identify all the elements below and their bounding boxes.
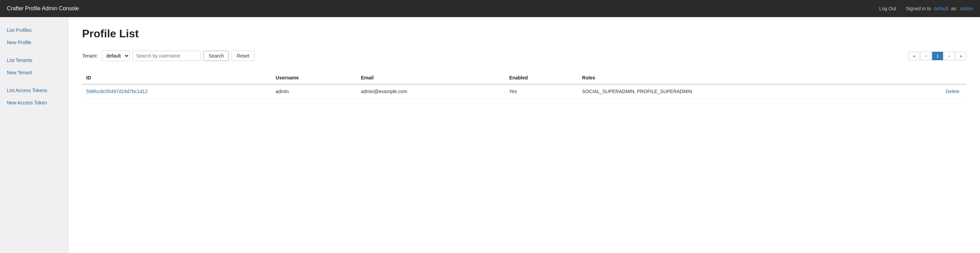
sidebar-item-list-profiles[interactable]: List Profiles bbox=[0, 24, 68, 36]
sidebar-item-list-access-tokens[interactable]: List Access Tokens bbox=[0, 84, 68, 96]
tenant-select[interactable]: default bbox=[102, 50, 130, 61]
table-body: 596fcc8c55497d19d7bc1d12 admin admin@exa… bbox=[82, 84, 966, 99]
filter-bar: Tenant: default Search Reset « ‹ 1 › » bbox=[82, 50, 966, 61]
cell-roles: SOCIAL_SUPERADMIN, PROFILE_SUPERADMIN bbox=[578, 84, 899, 99]
pagination-next[interactable]: › bbox=[944, 52, 955, 60]
table-header-row: ID Username Email Enabled Roles bbox=[82, 72, 966, 84]
sidebar-item-new-access-token[interactable]: New Access Token bbox=[0, 96, 68, 109]
pagination-current[interactable]: 1 bbox=[932, 52, 943, 60]
cell-id: 596fcc8c55497d19d7bc1d12 bbox=[82, 84, 272, 99]
sidebar-item-list-tenants[interactable]: List Tenants bbox=[0, 54, 68, 66]
tenant-link[interactable]: default bbox=[934, 6, 948, 11]
col-id: ID bbox=[82, 72, 272, 84]
topbar-right: Log Out Signed in to default as: admin bbox=[879, 6, 973, 11]
profile-id-link[interactable]: 596fcc8c55497d19d7bc1d12 bbox=[86, 89, 148, 94]
layout: List Profiles New Profile List Tenants N… bbox=[0, 17, 980, 253]
col-email: Email bbox=[357, 72, 505, 84]
col-enabled: Enabled bbox=[505, 72, 578, 84]
search-input[interactable] bbox=[132, 51, 201, 61]
cell-username: admin bbox=[272, 84, 357, 99]
tenant-label: Tenant: bbox=[82, 53, 98, 59]
search-button[interactable]: Search bbox=[204, 51, 229, 61]
signed-in-text: Signed in to bbox=[906, 6, 931, 11]
sidebar: List Profiles New Profile List Tenants N… bbox=[0, 17, 68, 253]
reset-button[interactable]: Reset bbox=[232, 51, 255, 61]
profile-table: ID Username Email Enabled Roles 596fcc8c… bbox=[82, 72, 966, 99]
pagination-first[interactable]: « bbox=[909, 52, 920, 60]
cell-enabled: Yes bbox=[505, 84, 578, 99]
page-title: Profile List bbox=[82, 27, 966, 40]
pagination-prev[interactable]: ‹ bbox=[921, 52, 931, 60]
col-actions bbox=[899, 72, 966, 84]
pagination-last[interactable]: » bbox=[955, 52, 966, 60]
table-row: 596fcc8c55497d19d7bc1d12 admin admin@exa… bbox=[82, 84, 966, 99]
sidebar-item-new-profile[interactable]: New Profile bbox=[0, 36, 68, 49]
logout-button[interactable]: Log Out bbox=[879, 6, 896, 11]
col-roles: Roles bbox=[578, 72, 899, 84]
topbar: Crafter Profile Admin Console Log Out Si… bbox=[0, 0, 980, 17]
sidebar-item-new-tenant[interactable]: New Tenant bbox=[0, 66, 68, 79]
user-link[interactable]: admin bbox=[960, 6, 973, 11]
delete-link[interactable]: Delete bbox=[946, 89, 959, 94]
as-text: as: bbox=[951, 6, 958, 11]
cell-delete: Delete bbox=[899, 84, 966, 99]
app-title: Crafter Profile Admin Console bbox=[7, 5, 79, 12]
pagination: « ‹ 1 › » bbox=[909, 52, 966, 60]
main-content: Profile List Tenant: default Search Rese… bbox=[68, 17, 980, 253]
cell-email: admin@example.com bbox=[357, 84, 505, 99]
col-username: Username bbox=[272, 72, 357, 84]
